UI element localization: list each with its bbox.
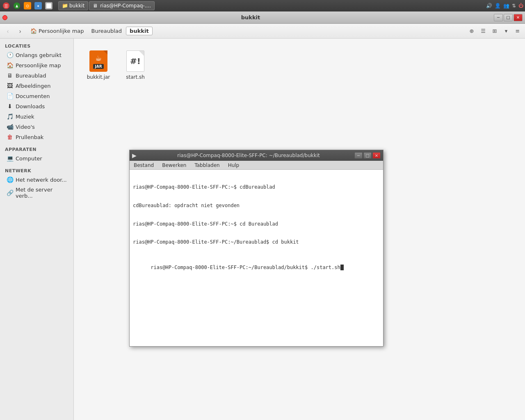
jar-label: JAR [93,64,103,69]
fm-forward-btn[interactable]: › [15,26,25,37]
sh-fold [139,51,144,56]
terminal-menu-hulp[interactable]: Hulp [226,162,242,169]
network-icon: 🌐 [7,176,13,183]
terminal-minimize-btn[interactable]: ─ [354,152,363,159]
desktop-icon: 🖥 [7,72,13,79]
breadcrumb-bukkit-label: bukkit [130,28,149,34]
bukkit-jar-filename: bukkit.jar [87,74,110,80]
sh-file-icon: #! [126,50,145,73]
sidebar-section-locaties: Locaties [0,42,73,50]
taskbar-power[interactable]: ⏻ [518,3,523,9]
breadcrumb-bureaublad[interactable]: Bureaublad [88,27,126,35]
sidebar-item-bureaublad-label: Bureaublad [16,73,46,79]
start-sh-filename: start.sh [126,74,145,80]
file-item-start-sh[interactable]: #! start.sh [119,47,152,83]
breadcrumb-home-label: Persoonlijke map [39,28,84,34]
taskbar-window-terminal-label: rias@HP-Compaq-.... [100,3,151,9]
fm-toolbar: ‹ › 🏠 Persoonlijke map Bureaublad bukkit… [0,24,525,39]
taskbar-window-bukkit[interactable]: 📁 bukkit [58,1,88,10]
sidebar-item-bureaublad[interactable]: 🖥 Bureaublad [2,71,72,80]
taskbar-icon-4[interactable] [44,1,53,10]
svg-text:♟: ♟ [15,4,18,8]
sidebar-item-downloads-label: Downloads [16,103,45,110]
taskbar-network[interactable]: 👥 [503,3,509,9]
sidebar-item-server-label: Met de server verb... [16,187,67,199]
computer-icon: 💻 [7,155,13,162]
taskbar-icon-3[interactable]: ✦ [34,1,43,10]
fm-breadcrumb: 🏠 Persoonlijke map Bureaublad bukkit [27,27,465,35]
download-icon: ⬇ [7,103,13,110]
sidebar-item-afbeeldingen[interactable]: 🖼 Afbeeldingen [2,81,72,91]
terminal-icon-left: ▶ [132,152,137,159]
terminal-body[interactable]: rias@HP-Compaq-8000-Elite-SFF-PC:~$ cdBu… [130,170,383,346]
sidebar-item-muziek-label: Muziek [16,114,34,120]
sidebar-item-computer-label: Computer [16,155,42,162]
taskbar-user[interactable]: 👤 [495,3,501,9]
sidebar-item-persoonlijke-map[interactable]: 🏠 Persoonlijke map [2,60,72,70]
sidebar-item-videos[interactable]: 📹 Video's [2,122,72,132]
taskbar-indicator[interactable]: ⇅ [512,3,516,9]
terminal-line-3: rias@HP-Compaq-8000-Elite-SFF-PC:~$ cd B… [133,221,380,228]
terminal-titlebar-left: ▶ [132,152,143,159]
fm-zoom-btn[interactable]: ▾ [501,26,511,36]
fm-close-dot[interactable] [2,15,7,20]
sidebar-item-muziek[interactable]: 🎵 Muziek [2,112,72,121]
taskbar-icon-1[interactable]: ♟ [12,1,21,10]
terminal-menu-bewerken[interactable]: Bewerken [160,162,189,169]
terminal-menu-bestand[interactable]: Bestand [131,162,156,169]
breadcrumb-bukkit[interactable]: bukkit [126,27,153,35]
svg-text:✦: ✦ [37,4,40,8]
terminal-menu-tabbladen[interactable]: Tabbladen [192,162,222,169]
sidebar-item-server[interactable]: 🔗 Met de server verb... [2,185,72,201]
fm-menu-btn[interactable]: ≡ [513,26,523,36]
terminal-ctrl-btns: ─ □ ✕ [354,152,381,159]
sidebar-section-apparaten: Apparaten [0,145,73,153]
music-icon: 🎵 [7,113,13,120]
trash-icon: 🗑 [7,134,13,140]
clock-icon: 🕐 [7,52,13,58]
sh-hash-symbol: #! [130,57,141,65]
terminal-close-btn[interactable]: ✕ [372,152,381,159]
svg-text:☰: ☰ [5,4,8,8]
sidebar-item-downloads[interactable]: ⬇ Downloads [2,101,72,111]
sidebar-item-computer[interactable]: 💻 Computer [2,153,72,163]
fm-maximize-btn[interactable]: □ [504,14,513,21]
taskbar-left: ☰ ♟ ⊙ ✦ [2,1,53,10]
fm-list-view-btn[interactable]: ☰ [478,26,488,36]
sidebar-item-onlangs-label: Onlangs gebruikt [16,52,62,58]
sidebar-item-prullenbak[interactable]: 🗑 Prullenbak [2,132,72,142]
sidebar-item-documenten[interactable]: 📄 Documenten [2,91,72,101]
sidebar-item-persoonlijke-label: Persoonlijke map [16,62,61,68]
fm-close-btn[interactable]: ✕ [514,14,523,21]
terminal-title: rias@HP-Compaq-8000-Elite-SFF-PC: ~/Bure… [143,153,354,158]
fm-location-btn[interactable]: ⊕ [467,26,477,36]
image-icon: 🖼 [7,82,13,89]
terminal-window: ▶ rias@HP-Compaq-8000-Elite-SFF-PC: ~/Bu… [129,150,383,347]
terminal-maximize-btn[interactable]: □ [363,152,372,159]
fm-minimize-btn[interactable]: ─ [494,14,503,21]
terminal-line-1: rias@HP-Compaq-8000-Elite-SFF-PC:~$ cdBu… [133,184,380,191]
terminal-line-4: rias@HP-Compaq-8000-Elite-SFF-PC:~/Burea… [133,239,380,246]
terminal-icon: 🖥 [93,3,98,9]
taskbar-app-menu[interactable]: ☰ [2,1,11,10]
fm-titlebar-controls: ─ □ ✕ [494,14,523,21]
terminal-line-5: rias@HP-Compaq-8000-Elite-SFF-PC:~/Burea… [133,257,380,278]
fm-toolbar-right: ⊕ ☰ ⊞ ▾ ≡ [467,26,523,36]
fm-back-btn[interactable]: ‹ [2,26,13,37]
taskbar-volume[interactable]: 🔊 [486,3,492,9]
fm-title: bukkit [7,14,494,21]
taskbar: ☰ ♟ ⊙ ✦ 📁 bukkit 🖥 rias@HP-Compaq-.... 🔊… [0,0,525,11]
fm-grid-view-btn[interactable]: ⊞ [490,26,500,36]
sidebar-item-afbeeldingen-label: Afbeeldingen [16,83,50,89]
breadcrumb-home[interactable]: 🏠 Persoonlijke map [27,27,87,35]
taskbar-icon-2[interactable]: ⊙ [23,1,32,10]
sidebar-item-documenten-label: Documenten [16,93,50,99]
sidebar-item-network[interactable]: 🌐 Het netwerk door... [2,175,72,185]
terminal-cursor [340,265,344,270]
taskbar-window-bukkit-label: bukkit [69,3,84,9]
jar-file-icon: ☕ JAR [89,50,108,73]
taskbar-right: 🔊 👤 👥 ⇅ ⏻ [486,3,523,9]
taskbar-window-terminal[interactable]: 🖥 rias@HP-Compaq-.... [89,1,155,10]
file-item-bukkit-jar[interactable]: ☕ JAR bukkit.jar [82,47,115,83]
sidebar-item-onlangs[interactable]: 🕐 Onlangs gebruikt [2,50,72,60]
